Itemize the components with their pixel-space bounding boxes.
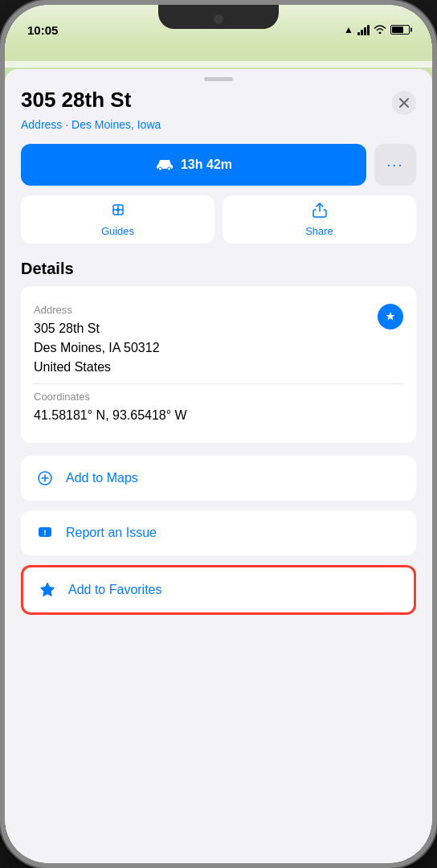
action-row: Guides Share <box>21 195 416 244</box>
wifi-icon <box>374 24 386 36</box>
status-icons: ▲ <box>344 24 410 36</box>
add-to-maps-section: Add to Maps <box>21 456 416 501</box>
coordinates-detail-row: Coordinates 41.58181° N, 93.65418° W <box>34 383 403 432</box>
guides-button[interactable]: Guides <box>21 195 214 244</box>
address-value: 305 28th St Des Moines, IA 50312 United … <box>34 319 160 377</box>
share-icon <box>312 202 328 222</box>
address-subtitle: Address · Des Moines, Iowa <box>21 118 416 131</box>
details-title: Details <box>21 260 416 278</box>
coordinates-label: Coordinates <box>34 391 403 403</box>
direction-button[interactable] <box>378 304 403 330</box>
speaker <box>214 14 223 24</box>
phone-frame: 10:05 ▲ <box>0 0 437 868</box>
report-issue-label: Report an Issue <box>66 526 157 540</box>
battery-icon <box>390 25 410 35</box>
add-to-favorites-section: Add to Favorites <box>21 565 416 615</box>
address-label: Address <box>34 304 160 316</box>
bottom-sheet: 305 28th St Address · Des Moines, Iowa <box>5 69 432 863</box>
subtitle-link[interactable]: Des Moines, Iowa <box>71 118 161 131</box>
sheet-handle <box>204 77 233 81</box>
star-icon <box>36 579 59 601</box>
address-line2: Des Moines, IA 50312 <box>34 341 160 354</box>
notch <box>158 5 279 29</box>
exclamation-bubble-icon <box>37 525 53 541</box>
report-issue-section: Report an Issue <box>21 510 416 555</box>
svg-point-4 <box>116 208 120 211</box>
direction-icon <box>384 310 397 323</box>
address-line1: 305 28th St <box>34 321 100 335</box>
add-to-maps-icon <box>34 467 56 489</box>
favorites-star-icon <box>39 581 56 599</box>
sheet-content: 305 28th St Address · Des Moines, Iowa <box>5 88 432 615</box>
share-label: Share <box>305 225 333 237</box>
address-row-inner: Address 305 28th St Des Moines, IA 50312… <box>34 304 403 377</box>
more-icon: ··· <box>386 157 403 174</box>
add-to-maps-label: Add to Maps <box>66 471 138 485</box>
address-detail-row: Address 305 28th St Des Moines, IA 50312… <box>34 297 403 383</box>
close-icon <box>399 98 409 108</box>
plus-circle-icon <box>37 470 53 486</box>
sheet-header: 305 28th St <box>21 88 416 115</box>
location-icon: ▲ <box>344 24 353 35</box>
status-time: 10:05 <box>27 23 58 37</box>
car-icon <box>155 156 174 174</box>
guides-label: Guides <box>101 225 134 237</box>
address-text-block: Address 305 28th St Des Moines, IA 50312… <box>34 304 160 377</box>
guides-icon <box>110 202 126 222</box>
share-button[interactable]: Share <box>223 195 416 244</box>
more-button[interactable]: ··· <box>374 144 416 186</box>
coordinates-value: 41.58181° N, 93.65418° W <box>34 406 403 425</box>
report-issue-icon <box>34 522 56 544</box>
report-issue-item[interactable]: Report an Issue <box>21 510 416 555</box>
svg-point-2 <box>167 167 170 170</box>
add-to-favorites-item[interactable]: Add to Favorites <box>23 567 414 612</box>
drive-label: 13h 42m <box>181 158 232 172</box>
place-title: 305 28th St <box>21 88 131 113</box>
drive-row: 13h 42m ··· <box>21 144 416 186</box>
signal-icon <box>357 24 370 35</box>
details-card: Address 305 28th St Des Moines, IA 50312… <box>21 286 416 443</box>
add-to-favorites-label: Add to Favorites <box>68 583 162 597</box>
close-button[interactable] <box>392 91 416 115</box>
drive-button[interactable]: 13h 42m <box>21 144 366 186</box>
address-line3: United States <box>34 360 111 374</box>
subtitle-static: Address · <box>21 118 71 131</box>
svg-point-1 <box>158 167 161 170</box>
add-to-maps-item[interactable]: Add to Maps <box>21 456 416 501</box>
phone-screen: 10:05 ▲ <box>5 5 432 863</box>
